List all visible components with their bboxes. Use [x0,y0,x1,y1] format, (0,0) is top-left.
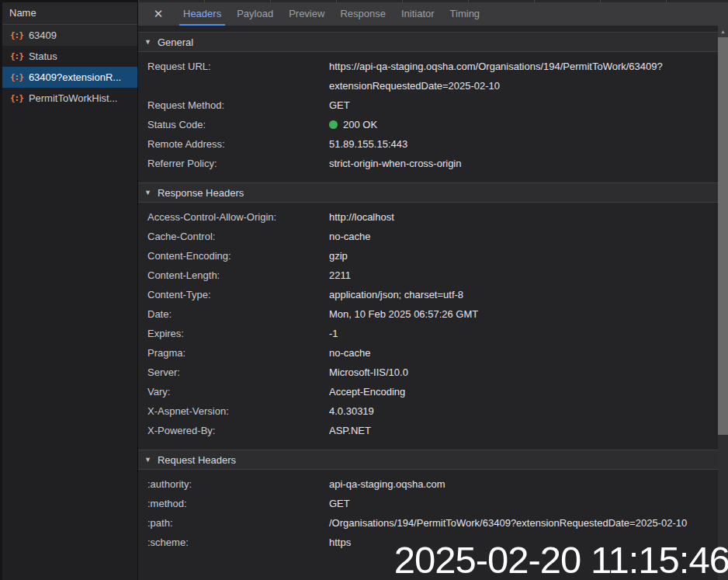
status-ok-dot-icon [329,120,338,129]
section-general: ▼ General Request URL: https://api-qa-st… [138,32,718,182]
header-row: Vary: Accept-Encoding [138,382,718,401]
tab-label: Payload [237,8,273,19]
close-icon[interactable]: ✕ [147,2,169,26]
header-name: X-Powered-By: [147,421,329,440]
section-header[interactable]: ▼ Response Headers [138,182,718,203]
header-name: Access-Control-Allow-Origin: [147,207,329,227]
header-name: Remote Address: [147,134,329,154]
tab-response[interactable]: Response [332,2,393,26]
request-list: {:} 63409 {:} Status {:} 63409?extension… [2,25,137,580]
header-row: Referrer Policy: strict-origin-when-cros… [138,154,718,173]
section-title: Request Headers [158,454,236,466]
header-row: Access-Control-Allow-Origin: http://loca… [138,207,718,227]
header-row: Content-Type: application/json; charset=… [138,285,718,304]
header-value: -1 [329,324,338,343]
tab-payload[interactable]: Payload [229,2,281,26]
header-value: strict-origin-when-cross-origin [329,154,462,173]
header-row: Content-Length: 2211 [138,266,718,285]
section-rows: :authority: api-qa-staging.oqsha.com :me… [138,470,718,561]
request-name-label: 63409 [29,30,57,41]
header-name: Expires: [147,324,329,343]
section-rows: Access-Control-Allow-Origin: http://loca… [138,203,718,450]
header-name: :method: [147,494,329,513]
sidebar-item-63409-extensionr[interactable]: {:} 63409?extensionR... [2,67,137,88]
scroll-up-button[interactable]: ▲ [718,26,728,37]
sidebar-item-63409[interactable]: {:} 63409 [2,25,137,46]
header-name: Status Code: [147,115,329,134]
header-row: Request Method: GET [138,96,718,115]
header-value: 200 OK [329,115,377,134]
section-header[interactable]: ▼ Request Headers [138,450,718,470]
header-row: Content-Encoding: gzip [138,246,718,266]
collapse-triangle-icon: ▼ [144,189,151,196]
section-rows: Request URL: https://api-qa-staging.oqsh… [138,52,718,182]
header-value: gzip [329,246,348,266]
header-name: Date: [147,304,329,324]
header-row: Date: Mon, 10 Feb 2025 06:57:26 GMT [138,304,718,324]
tab-label: Response [340,8,386,19]
section-request-headers: ▼ Request Headers :authority: api-qa-sta… [138,450,718,561]
header-name: Pragma: [147,343,329,363]
header-value: 51.89.155.15:443 [329,134,407,154]
request-name-label: Status [29,50,57,62]
section-title: General [158,36,193,48]
details-tab-bar: ✕ HeadersPayloadPreviewResponseInitiator… [138,2,728,26]
section-title: Response Headers [158,187,244,199]
header-value: Mon, 10 Feb 2025 06:57:26 GMT [329,304,478,324]
json-braces-icon: {:} [10,72,23,82]
header-name: Vary: [147,382,329,401]
header-value: no-cache [329,227,370,246]
header-value: GET [329,96,350,115]
tab-timing[interactable]: Timing [442,2,488,26]
header-value: api-qa-staging.oqsha.com [329,474,445,494]
header-value: 2211 [329,266,351,285]
tab-label: Timing [450,8,480,19]
scrollbar-thumb[interactable] [718,37,728,435]
header-name: Content-Encoding: [147,246,329,266]
tab-label: Preview [289,8,324,19]
tab-initiator[interactable]: Initiator [393,2,442,26]
header-name: Content-Length: [147,266,329,285]
header-row: Expires: -1 [138,324,718,343]
header-value: Microsoft-IIS/10.0 [329,363,408,382]
sidebar-item-status[interactable]: {:} Status [2,46,137,67]
header-name: Cache-Control: [147,227,329,246]
header-name: Referrer Policy: [147,154,329,173]
header-value: https://api-qa-staging.oqsha.com/Organis… [329,57,694,96]
header-value: application/json; charset=utf-8 [329,285,463,304]
header-value: Accept-Encoding [329,382,405,401]
header-row: :authority: api-qa-staging.oqsha.com [138,474,718,494]
vertical-scrollbar[interactable]: ▲ [718,26,728,580]
tabs-container: HeadersPayloadPreviewResponseInitiatorTi… [175,2,487,26]
json-braces-icon: {:} [10,51,23,61]
tab-preview[interactable]: Preview [281,2,332,26]
name-column-header[interactable]: Name [2,2,137,25]
header-name: :path: [147,513,329,533]
header-name: X-Aspnet-Version: [147,401,329,421]
header-value: /Organisations/194/PermitToWork/63409?ex… [329,513,687,533]
header-row: X-Aspnet-Version: 4.0.30319 [138,401,718,421]
tab-label: Initiator [401,8,435,19]
tab-label: Headers [183,8,221,19]
header-name: :authority: [147,474,329,494]
header-value: 4.0.30319 [329,401,374,421]
header-value: ASP.NET [329,421,371,440]
tab-headers[interactable]: Headers [175,2,229,26]
up-arrow-icon: ▲ [720,29,726,34]
header-value: http://localhost [329,207,394,227]
header-name: Request URL: [147,57,329,96]
json-braces-icon: {:} [10,93,23,103]
request-name-label: 63409?extensionR... [29,71,121,83]
headers-content: ▼ General Request URL: https://api-qa-st… [138,26,718,580]
request-list-sidebar: Name {:} 63409 {:} Status {:} 63409?exte… [0,0,138,580]
header-row: Server: Microsoft-IIS/10.0 [138,363,718,382]
sidebar-item-permittoworkhist[interactable]: {:} PermitToWorkHist... [2,88,137,109]
json-braces-icon: {:} [10,30,23,40]
header-row: :method: GET [138,494,718,513]
header-name: Server: [147,363,329,382]
header-name: Request Method: [147,96,329,115]
request-details-panel: ✕ HeadersPayloadPreviewResponseInitiator… [138,0,728,580]
section-header[interactable]: ▼ General [138,32,718,52]
devtools-network-panel: Name {:} 63409 {:} Status {:} 63409?exte… [0,0,728,580]
header-row: Request URL: https://api-qa-staging.oqsh… [138,57,718,96]
